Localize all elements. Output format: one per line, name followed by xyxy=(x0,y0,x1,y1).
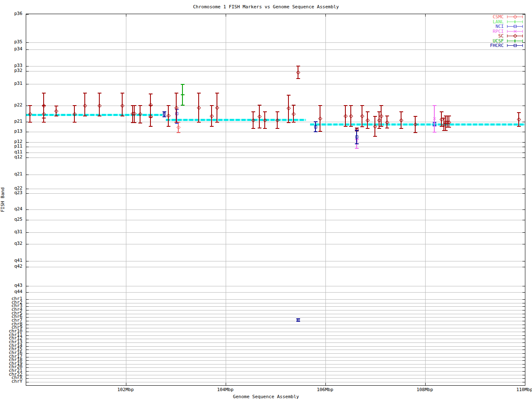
error-cap xyxy=(360,105,364,106)
h-gridline xyxy=(26,153,525,153)
band-segment xyxy=(166,119,306,121)
h-gridline xyxy=(26,158,525,158)
error-cap xyxy=(149,94,153,94)
h-gridline xyxy=(26,299,525,300)
data-point-sc xyxy=(379,114,384,118)
x-tick-label: 108Mbp xyxy=(410,387,439,392)
error-cap xyxy=(366,111,369,112)
h-gridline xyxy=(26,209,525,210)
y-tick-mark-right xyxy=(522,367,525,368)
plot-area xyxy=(26,14,525,386)
y-tick-mark-left xyxy=(26,353,29,354)
h-gridline xyxy=(26,193,525,194)
legend-cap xyxy=(507,44,507,47)
error-cap xyxy=(318,105,322,106)
y-tick-mark-left xyxy=(26,332,29,332)
legend-row: FHCRC xyxy=(478,43,523,48)
h-gridline xyxy=(26,286,525,286)
data-point-csmc xyxy=(177,126,181,130)
y-tick-label: q25 xyxy=(0,217,22,222)
error-cap xyxy=(385,128,389,128)
band-segment xyxy=(310,123,525,126)
y-tick-mark-right xyxy=(522,193,525,194)
data-point-sc xyxy=(344,114,348,118)
h-gridline xyxy=(26,325,525,325)
h-gridline xyxy=(26,220,525,220)
error-cap xyxy=(373,116,377,117)
data-point-fhcrc xyxy=(314,126,317,128)
h-gridline xyxy=(26,357,525,357)
h-gridline xyxy=(26,382,525,382)
error-cap xyxy=(149,126,153,127)
y-tick-label: p35 xyxy=(0,40,22,44)
h-gridline xyxy=(26,335,525,336)
y-tick-label: p13 xyxy=(0,129,22,133)
x-tick-label: 110Mbp xyxy=(510,387,532,392)
legend-cap xyxy=(507,34,507,37)
h-gridline xyxy=(26,332,525,332)
y-tick-mark-left xyxy=(26,371,29,372)
y-tick-mark-left xyxy=(26,346,29,347)
data-point-sc xyxy=(349,114,353,118)
y-tick-mark-right xyxy=(522,335,525,336)
legend-sample xyxy=(507,25,523,28)
y-tick-mark-right xyxy=(522,353,525,354)
h-gridline xyxy=(26,267,525,267)
error-cap xyxy=(210,105,214,106)
error-cap xyxy=(258,105,261,106)
y-tick-mark-left xyxy=(26,314,29,314)
v-gridline xyxy=(126,14,126,385)
y-tick-mark-right xyxy=(522,106,525,106)
error-cap xyxy=(355,148,359,149)
y-tick-mark-right xyxy=(522,346,525,347)
y-tick-mark-left xyxy=(26,325,29,325)
error-cap xyxy=(54,106,58,106)
h-gridline xyxy=(26,189,525,189)
y-tick-mark-left xyxy=(26,303,29,303)
error-cap xyxy=(276,128,279,129)
y-tick-mark-right xyxy=(522,299,525,300)
legend-label-lanl: LANL xyxy=(493,20,504,24)
error-cap xyxy=(292,122,296,123)
error-cap xyxy=(181,84,185,85)
error-cap xyxy=(83,93,87,94)
y-tick-mark-left xyxy=(26,42,29,43)
y-tick-mark-left xyxy=(26,132,29,132)
x-tick-label: 104Mbp xyxy=(211,387,240,392)
error-cap xyxy=(167,126,170,127)
y-tick-mark-left xyxy=(26,292,29,293)
y-tick-mark-right xyxy=(522,339,525,339)
y-tick-label: q11 xyxy=(0,150,22,154)
y-tick-mark-left xyxy=(26,267,29,267)
y-tick-mark-right xyxy=(522,310,525,310)
y-tick-mark-left xyxy=(26,317,29,318)
error-cap xyxy=(197,122,201,123)
error-cap xyxy=(251,128,255,129)
y-tick-label: p33 xyxy=(0,64,22,68)
legend-cap xyxy=(507,15,507,18)
h-gridline xyxy=(26,314,525,314)
data-point-sc xyxy=(197,106,201,110)
h-gridline xyxy=(26,306,525,307)
error-cap xyxy=(167,105,170,106)
h-gridline xyxy=(26,175,525,175)
y-tick-label: q44 xyxy=(0,290,22,294)
y-tick-mark-left xyxy=(26,299,29,300)
error-cap xyxy=(344,105,347,106)
error-cap xyxy=(366,128,369,129)
error-cap xyxy=(258,128,261,128)
error-cap xyxy=(54,116,58,116)
y-tick-mark-left xyxy=(26,306,29,307)
error-cap xyxy=(138,123,142,123)
legend-cap xyxy=(522,39,523,42)
legend-label-csmc: CSMC xyxy=(493,15,504,19)
y-tick-mark-right xyxy=(522,375,525,375)
h-gridline xyxy=(26,71,525,71)
h-gridline xyxy=(26,364,525,365)
legend-label-ucsf: UCSF xyxy=(493,39,504,43)
y-tick-mark-right xyxy=(522,267,525,267)
y-tick-mark-right xyxy=(522,378,525,379)
data-point-sc xyxy=(360,114,365,118)
error-cap xyxy=(287,95,291,96)
h-gridline xyxy=(26,42,525,43)
